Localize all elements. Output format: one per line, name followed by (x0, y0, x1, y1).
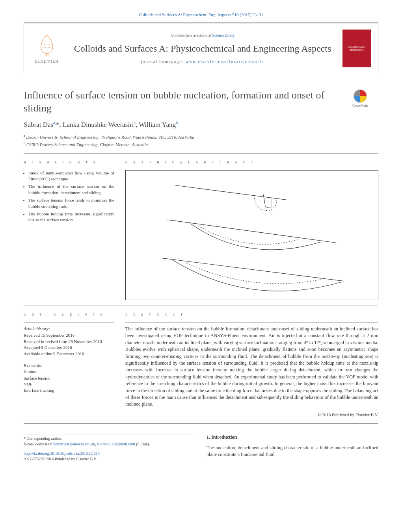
accepted-date: Accepted 9 December 2016 (24, 345, 114, 350)
article-title: Influence of surface tension on bubble n… (24, 89, 342, 115)
contents-available: Contents lists available at ScienceDirec… (69, 33, 336, 38)
received-date: Received 15 September 2016 (24, 332, 114, 338)
contents-prefix: Contents lists available at (171, 33, 212, 37)
keyword: Bubble (24, 369, 114, 375)
doi-block: http://dx.doi.org/10.1016/j.colsurfa.201… (24, 451, 195, 462)
journal-title: Colloids and Surfaces A: Physicochemical… (69, 43, 336, 54)
bubble-sketch-icon (133, 178, 371, 293)
homepage-prefix: journal homepage: (141, 59, 186, 64)
revised-date: Received in revised form 29 November 201… (24, 339, 114, 345)
divider (24, 153, 378, 154)
email-suffix: (S. Das). (135, 442, 150, 446)
corresponding-note: * Corresponding author. (24, 436, 195, 441)
keywords-label: Keywords: (24, 362, 114, 368)
history-label: Article history: (24, 326, 114, 332)
email-label: E-mail addresses: (24, 442, 53, 446)
abstract-label: a b s t r a c t (125, 311, 378, 317)
intro-heading: 1. Introduction (207, 434, 378, 441)
highlight-item: The surface tension force tends to minim… (28, 197, 114, 209)
author-list: Subrat Dasa,*, Lanka Dinushke Weerasiria… (24, 120, 378, 130)
author-email-link[interactable]: Subrat.das@deakin.edu.au (53, 442, 95, 446)
homepage-link[interactable]: www.elsevier.com/locate/colsurfa (186, 59, 264, 64)
divider (24, 306, 378, 306)
corresponding-footer: * Corresponding author. E-mail addresses… (24, 434, 195, 447)
running-citation: Colloids and Surfaces A: Physicochem. En… (24, 12, 378, 18)
crossmark-label: CrossMark (352, 103, 368, 108)
journal-cover-thumbnail: COLLOIDS AND SURFACES A (342, 30, 371, 67)
journal-header: ELSEVIER Contents lists available at Sci… (24, 24, 378, 73)
elsevier-logo: ELSEVIER (31, 31, 63, 66)
highlights-label: h i g h l i g h t s (24, 159, 114, 165)
crossmark-icon (353, 89, 367, 103)
crossmark-badge[interactable]: CrossMark (342, 89, 378, 108)
affiliation: b CSIRO Process Science and Engineering,… (24, 141, 378, 148)
highlight-item: The influence of the surface tension on … (28, 184, 114, 196)
affiliation: a Deakin University, School of Engineeri… (24, 133, 378, 140)
highlights-list: Study of bubble-induced flow using Volum… (24, 170, 114, 223)
divider (125, 322, 378, 323)
keyword: VOF (24, 381, 114, 387)
graphical-abstract (125, 170, 378, 300)
sciencedirect-link[interactable]: ScienceDirect (212, 33, 234, 37)
top-rule (24, 22, 378, 23)
issn-line: 0927-7757/© 2016 Published by Elsevier B… (24, 457, 97, 461)
keyword: Surface tension (24, 375, 114, 381)
publisher-name: ELSEVIER (35, 58, 59, 64)
graphical-abstract-label: g r a p h i c a l a b s t r a c t (125, 159, 378, 165)
highlight-item: Study of bubble-induced flow using Volum… (28, 170, 114, 182)
highlight-item: The bubble holdup time increases signifi… (28, 211, 114, 223)
journal-homepage: journal homepage: www.elsevier.com/locat… (69, 59, 336, 65)
keyword: Interface tracking (24, 387, 114, 393)
elsevier-tree-icon (35, 33, 59, 57)
copyright: © 2016 Published by Elsevier B.V. (125, 412, 378, 418)
doi-link[interactable]: http://dx.doi.org/10.1016/j.colsurfa.201… (24, 451, 100, 456)
article-info-label: a r t i c l e i n f o (24, 311, 114, 317)
abstract-text: The influence of the surface tension on … (125, 326, 378, 408)
author-email-link-2[interactable]: subrat4298@gmail.com (97, 442, 135, 446)
intro-text: The nucleation, detachment and sliding c… (207, 445, 378, 458)
article-history: Article history: Received 15 September 2… (24, 326, 114, 393)
divider (24, 423, 378, 424)
online-date: Available online 9 December 2016 (24, 351, 114, 357)
divider (24, 322, 114, 323)
